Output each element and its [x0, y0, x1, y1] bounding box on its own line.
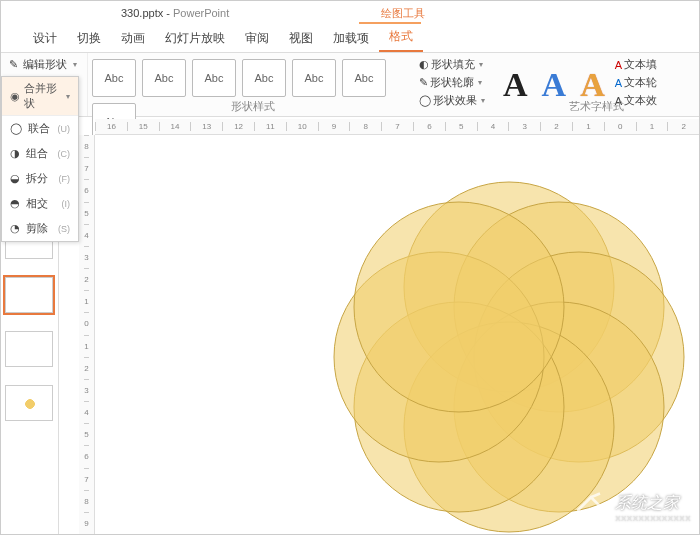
shape-fill-button[interactable]: ◐形状填充▾: [419, 57, 491, 72]
text-effects-label: 文本效: [624, 93, 657, 108]
chevron-down-icon: ▾: [73, 60, 77, 69]
flower-shape[interactable]: [319, 167, 699, 535]
shape-fill-label: 形状填充: [431, 57, 475, 72]
chevron-down-icon: ▾: [66, 92, 70, 101]
merge-header-label: 合并形状: [24, 81, 60, 111]
tab-animations[interactable]: 动画: [111, 25, 155, 52]
merge-item-label: 拆分: [26, 171, 48, 186]
shape-style-preset[interactable]: Abc: [242, 59, 286, 97]
wordart-preset-1[interactable]: A: [503, 66, 528, 104]
menu-bar: 设计 切换 动画 幻灯片放映 审阅 视图 加载项 格式: [1, 25, 699, 53]
ribbon: ✎ 编辑形状▾ ▭ 文本框▾ Abc Abc Abc Abc Abc Abc A…: [1, 53, 699, 117]
merge-item-label: 联合: [28, 121, 50, 136]
merge-subtract[interactable]: ◔剪除(S): [2, 216, 78, 241]
text-fill-icon: A: [615, 59, 622, 71]
merge-union[interactable]: ◯联合(U): [2, 116, 78, 141]
wordart-group-label: 艺术字样式: [569, 99, 624, 114]
app-name: PowerPoint: [173, 7, 229, 19]
merge-item-label: 相交: [26, 196, 48, 211]
wordart-preset-3[interactable]: A: [580, 66, 605, 104]
shape-style-preset[interactable]: Abc: [192, 59, 236, 97]
subtract-icon: ◔: [10, 222, 20, 235]
shape-fill-group: ◐形状填充▾ ✎形状轮廓▾ ◯形状效果▾: [415, 53, 495, 116]
shape-effects-button[interactable]: ◯形状效果▾: [419, 93, 491, 108]
chevron-down-icon: ▾: [478, 78, 482, 87]
text-fill-button[interactable]: A文本填: [615, 57, 671, 72]
tab-format[interactable]: 格式: [379, 23, 423, 52]
horizontal-ruler: 16151413121110987654321012: [95, 119, 699, 135]
merge-fragment[interactable]: ◒拆分(F): [2, 166, 78, 191]
chevron-down-icon: ▾: [481, 96, 485, 105]
merge-combine[interactable]: ◑组合(C): [2, 141, 78, 166]
text-outline-label: 文本轮: [624, 75, 657, 90]
filename: 330.pptx: [121, 7, 163, 19]
tab-addins[interactable]: 加载项: [323, 25, 379, 52]
contextual-tool-label: 绘图工具: [381, 6, 425, 21]
edit-shape-icon: ✎: [7, 59, 19, 71]
merge-shapes-header[interactable]: ◉合并形状▾: [2, 77, 78, 116]
effects-icon: ◯: [419, 94, 431, 107]
shape-outline-button[interactable]: ✎形状轮廓▾: [419, 75, 491, 90]
edit-shape-label: 编辑形状: [23, 57, 67, 72]
slide-canvas[interactable]: [95, 135, 699, 534]
shape-effects-label: 形状效果: [433, 93, 477, 108]
text-fill-label: 文本填: [624, 57, 657, 72]
combine-icon: ◑: [10, 147, 20, 160]
shape-style-preset[interactable]: Abc: [142, 59, 186, 97]
svg-point-7: [354, 202, 564, 412]
intersect-icon: ◓: [10, 197, 20, 210]
merge-shapes-dropdown: ◉合并形状▾ ◯联合(U) ◑组合(C) ◒拆分(F) ◓相交(I) ◔剪除(S…: [1, 76, 79, 242]
text-outline-button[interactable]: A文本轮: [615, 75, 671, 90]
slide-thumb-3[interactable]: [5, 331, 53, 367]
title-bar: 330.pptx - PowerPoint 绘图工具: [1, 1, 699, 25]
merge-intersect[interactable]: ◓相交(I): [2, 191, 78, 216]
watermark-text: 系统之家: [615, 493, 691, 514]
shape-style-preset[interactable]: Abc: [292, 59, 336, 97]
mini-shape: [18, 394, 42, 414]
watermark-sub: XXXXXXXXXXXXX: [615, 514, 691, 523]
tab-view[interactable]: 视图: [279, 25, 323, 52]
merge-item-label: 剪除: [26, 221, 48, 236]
merge-item-label: 组合: [26, 146, 48, 161]
bucket-icon: ◐: [419, 58, 429, 71]
slide-thumb-2[interactable]: [5, 277, 53, 313]
edit-shape-button[interactable]: ✎ 编辑形状▾: [7, 57, 81, 72]
merge-icon: ◉: [10, 90, 20, 103]
house-icon: [573, 490, 609, 526]
tab-design[interactable]: 设计: [23, 25, 67, 52]
union-icon: ◯: [10, 122, 22, 135]
pen-icon: ✎: [419, 76, 428, 89]
shape-styles-group-label: 形状样式: [231, 99, 275, 114]
tab-review[interactable]: 审阅: [235, 25, 279, 52]
chevron-down-icon: ▾: [479, 60, 483, 69]
tab-slideshow[interactable]: 幻灯片放映: [155, 25, 235, 52]
shape-outline-label: 形状轮廓: [430, 75, 474, 90]
tab-transitions[interactable]: 切换: [67, 25, 111, 52]
contextual-underline: [359, 22, 421, 24]
text-outline-icon: A: [615, 77, 622, 89]
shape-style-preset[interactable]: Abc: [342, 59, 386, 97]
shape-style-preset[interactable]: Abc: [92, 59, 136, 97]
watermark: 系统之家 XXXXXXXXXXXXX: [573, 490, 691, 526]
slide-thumbnails: [1, 217, 59, 534]
vertical-ruler: 876543210123456789: [79, 135, 95, 534]
fragment-icon: ◒: [10, 172, 20, 185]
wordart-preset-2[interactable]: A: [542, 66, 567, 104]
slide-thumb-4[interactable]: [5, 385, 53, 421]
